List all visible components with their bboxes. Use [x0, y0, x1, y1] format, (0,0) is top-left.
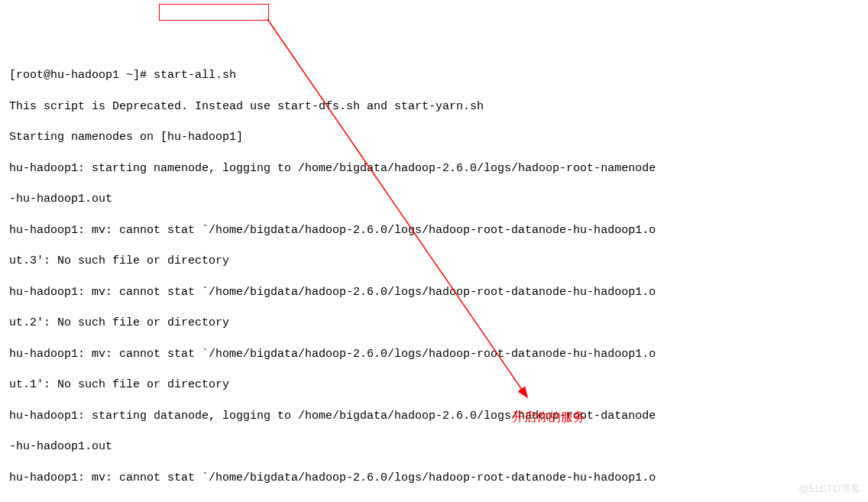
terminal-output-line: ut.2': No such file or directory	[9, 316, 859, 331]
typed-command: start-all.sh	[154, 69, 236, 82]
terminal-output-line: -hu-hadoop1.out	[9, 192, 859, 207]
shell-prompt: [root@hu-hadoop1 ~]#	[9, 69, 154, 82]
command-highlight-box	[159, 4, 269, 21]
terminal-output-line: hu-hadoop1: mv: cannot stat `/home/bigda…	[9, 223, 859, 238]
terminal-output-line: hu-hadoop1: mv: cannot stat `/home/bigda…	[9, 347, 859, 362]
terminal-output-line: hu-hadoop1: starting namenode, logging t…	[9, 161, 859, 177]
terminal-prompt-line: [root@hu-hadoop1 ~]# start-all.sh	[9, 68, 859, 83]
terminal-output-line: ut.1': No such file or directory	[9, 377, 859, 393]
terminal-output-line: This script is Deprecated. Instead use s…	[9, 99, 859, 115]
terminal-output-line: hu-hadoop1: mv: cannot stat `/home/bigda…	[9, 285, 859, 300]
terminal-output-line: ut.3': No such file or directory	[9, 254, 859, 269]
terminal-output-line: hu-hadoop1: mv: cannot stat `/home/bigda…	[9, 471, 859, 486]
watermark-text: @51CTO博客	[798, 482, 860, 496]
terminal-output-line: hu-hadoop1: starting datanode, logging t…	[9, 409, 859, 424]
terminal-output-line: Starting namenodes on [hu-hadoop1]	[9, 130, 859, 145]
terminal-output-line: -hu-hadoop1.out	[9, 439, 859, 455]
annotation-label: 开启你的服务	[512, 409, 585, 426]
